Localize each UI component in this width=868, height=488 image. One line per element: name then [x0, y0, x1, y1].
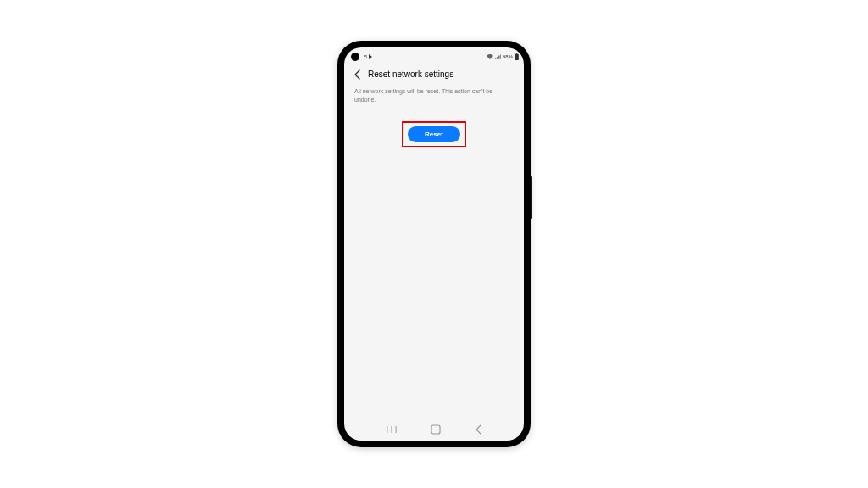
home-button[interactable]: [431, 424, 441, 435]
play-icon: [369, 54, 372, 59]
chevron-left-icon: [353, 69, 360, 80]
phone-frame: 5 98% Reset network settings: [337, 41, 531, 447]
phone-side-button: [531, 176, 532, 219]
battery-percentage: 98%: [503, 54, 513, 59]
svg-rect-1: [516, 53, 518, 54]
recents-button[interactable]: [387, 425, 397, 434]
battery-icon: [515, 53, 519, 61]
status-bar: 5 98%: [344, 49, 524, 64]
android-nav-bar: [344, 422, 524, 441]
reset-description: All network settings will be reset. This…: [344, 84, 524, 113]
svg-rect-0: [515, 53, 519, 59]
highlight-annotation: Reset: [402, 121, 466, 147]
back-nav-button[interactable]: [475, 424, 481, 435]
page-title: Reset network settings: [368, 69, 453, 79]
phone-screen: 5 98% Reset network settings: [344, 47, 524, 441]
page-header: Reset network settings: [344, 64, 524, 84]
status-right: 98%: [487, 53, 519, 61]
signal-icon: [495, 54, 501, 60]
back-button[interactable]: [353, 70, 361, 79]
reset-button[interactable]: Reset: [408, 126, 460, 142]
content-area: All network settings will be reset. This…: [344, 84, 524, 422]
svg-rect-5: [431, 425, 440, 434]
status-time-prefix: 5: [364, 54, 367, 59]
action-area: Reset: [344, 121, 524, 147]
front-camera-punch-hole: [351, 53, 359, 61]
wifi-icon: [487, 54, 493, 60]
